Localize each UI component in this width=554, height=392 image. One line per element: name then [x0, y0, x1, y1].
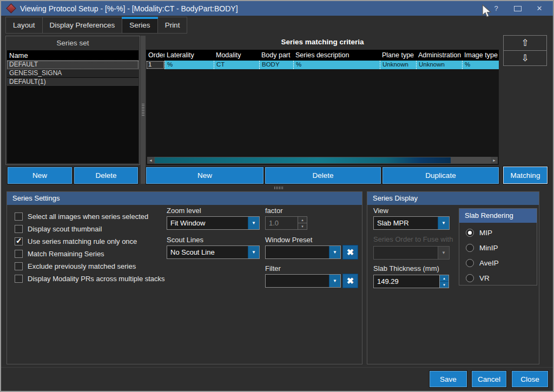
radio-button[interactable]	[466, 229, 474, 237]
series-settings-panel: Series Settings ✓ Select all images when…	[6, 191, 362, 364]
checkbox-box[interactable]: ✓	[15, 212, 23, 221]
tab-display-preferences[interactable]: Display Preferences	[43, 17, 123, 34]
series-display-header: Series Display	[367, 192, 539, 205]
series-display-panel: Series Display View Slab MPR ▼ Series Or…	[367, 191, 539, 364]
cell-series-description[interactable]: %	[293, 61, 380, 69]
matching-duplicate-button[interactable]: Duplicate	[382, 167, 499, 184]
series-set-delete-button[interactable]: Delete	[74, 167, 138, 184]
radio-button[interactable]	[466, 259, 474, 267]
zoom-level-value: Fit Window	[167, 217, 248, 229]
cell-order[interactable]: 1	[146, 61, 164, 69]
series-set-name-column-header[interactable]: Name	[7, 50, 138, 61]
cell-body-part[interactable]: BODY	[259, 61, 293, 69]
matching-new-button[interactable]: New	[146, 167, 263, 184]
chevron-down-icon[interactable]: ▼	[329, 275, 340, 287]
scroll-right-icon[interactable]: ►	[491, 157, 498, 164]
matching-delete-button[interactable]: Delete	[265, 167, 381, 184]
checkbox-select-all-images[interactable]: ✓ Select all images when series selected	[15, 211, 148, 221]
list-item[interactable]: GENESIS_SIGNA	[7, 69, 138, 78]
close-icon[interactable]: ✕	[536, 4, 543, 12]
slab-thickness-spin-buttons[interactable]: ▲ ▼	[439, 275, 449, 288]
cell-modality[interactable]: CT	[214, 61, 259, 69]
horizontal-splitter-grip-icon[interactable]	[274, 187, 283, 189]
slab-thickness-value[interactable]: 149.29	[373, 275, 439, 288]
chevron-down-icon[interactable]: ▼	[438, 217, 449, 229]
column-header-series-description[interactable]: Series description	[293, 50, 380, 61]
column-header-modality[interactable]: Modality	[214, 50, 259, 61]
matching-duplicate-label: Duplicate	[425, 171, 456, 180]
filter-clear-button[interactable]: ✖	[342, 274, 358, 288]
radio-button[interactable]	[466, 244, 474, 252]
view-label: View	[373, 207, 388, 215]
chevron-down-icon[interactable]: ▼	[248, 246, 259, 258]
checkbox-label: Display Modality PRs across multiple sta…	[28, 275, 165, 283]
cell-administration[interactable]: Unknown	[416, 61, 462, 69]
list-item[interactable]: DEFAULT	[7, 61, 138, 69]
checkbox-display-scout-thumbnail[interactable]: ✓ Display scout thumbnail	[15, 224, 102, 234]
cell-plane-type[interactable]: Unknown	[380, 61, 416, 69]
slab-thickness-label: Slab Thickness (mm)	[373, 264, 439, 273]
radio-vr[interactable]: VR	[466, 274, 490, 282]
series-order-fuse-label: Series Order to Fuse with	[373, 235, 453, 243]
save-button[interactable]: Save	[430, 371, 467, 387]
column-header-plane-type[interactable]: Plane type	[380, 50, 416, 61]
cell-image-type[interactable]: %	[462, 61, 498, 69]
tab-series[interactable]: Series	[122, 17, 157, 34]
cancel-button[interactable]: Cancel	[472, 371, 506, 387]
checkbox-box[interactable]: ✓	[15, 275, 23, 283]
window-controls: ? ✕	[492, 4, 549, 12]
scrollbar-thumb[interactable]	[155, 157, 451, 163]
checkbox-label: Use series matching rule only once	[28, 237, 137, 245]
view-dropdown[interactable]: Slab MPR ▼	[373, 216, 450, 230]
window-preset-clear-button[interactable]: ✖	[342, 245, 358, 260]
tab-layout[interactable]: Layout	[5, 17, 43, 34]
radio-button[interactable]	[466, 274, 474, 282]
radio-mip[interactable]: MIP	[466, 229, 492, 237]
vertical-splitter[interactable]	[141, 36, 146, 184]
filter-dropdown[interactable]: ▼	[265, 274, 341, 288]
series-matching-grid: Order Laterality Modality Body part Seri…	[146, 50, 499, 165]
column-header-image-type[interactable]: Image type	[462, 50, 498, 61]
move-down-button[interactable]: ⇩	[503, 50, 547, 66]
radio-aveip[interactable]: AveIP	[466, 259, 499, 267]
zoom-level-dropdown[interactable]: Fit Window ▼	[167, 216, 260, 230]
close-button[interactable]: Close	[512, 371, 548, 387]
list-item[interactable]: DEFAULT(1)	[7, 78, 138, 87]
chevron-down-icon: ▼	[438, 247, 449, 259]
checkbox-box[interactable]: ✓	[15, 250, 23, 258]
tab-print-label: Print	[165, 21, 180, 29]
checkbox-box[interactable]: ✓	[15, 225, 23, 233]
cell-laterality[interactable]: %	[164, 61, 214, 69]
matching-button[interactable]: Matching	[503, 167, 548, 184]
factor-label: factor	[265, 207, 283, 215]
table-row[interactable]: 1 % CT BODY % Unknown Unknown %	[146, 61, 499, 69]
radio-label: AveIP	[479, 259, 499, 267]
column-header-order[interactable]: Order	[146, 50, 164, 61]
scout-lines-dropdown[interactable]: No Scout Line ▼	[167, 245, 260, 259]
checkbox-use-series-matching-rule-once[interactable]: ✓ Use series matching rule only once	[15, 236, 137, 246]
checkbox-match-remaining-series[interactable]: ✓ Match Remaining Series	[15, 249, 104, 258]
spin-up-icon[interactable]: ▲	[440, 275, 449, 282]
column-header-body-part[interactable]: Body part	[259, 50, 293, 61]
chevron-down-icon[interactable]: ▼	[248, 217, 259, 229]
series-order-fuse-dropdown: ▼	[373, 246, 450, 260]
column-header-administration[interactable]: Administration c	[416, 50, 462, 61]
chevron-down-icon[interactable]: ▼	[329, 246, 340, 258]
checkbox-box[interactable]: ✓	[15, 237, 23, 245]
tab-print[interactable]: Print	[158, 17, 188, 34]
help-icon[interactable]: ?	[492, 4, 500, 12]
slab-thickness-spinner[interactable]: 149.29 ▲ ▼	[373, 275, 449, 288]
column-header-laterality[interactable]: Laterality	[164, 50, 214, 61]
maximize-icon[interactable]	[514, 6, 522, 11]
series-set-new-button[interactable]: New	[8, 167, 72, 184]
checkbox-exclude-previously-matched[interactable]: ✓ Exclude previously matched series	[15, 261, 136, 271]
horizontal-scrollbar[interactable]: ◄ ►	[147, 157, 498, 164]
window-preset-dropdown[interactable]: ▼	[265, 245, 341, 259]
spin-down-icon[interactable]: ▼	[440, 282, 449, 288]
scroll-left-icon[interactable]: ◄	[147, 157, 154, 164]
move-up-button[interactable]: ⇧	[503, 35, 547, 51]
checkbox-box[interactable]: ✓	[15, 262, 23, 270]
radio-minip[interactable]: MinIP	[466, 244, 498, 252]
checkbox-display-modality-prs[interactable]: ✓ Display Modality PRs across multiple s…	[15, 274, 165, 283]
scrollbar-track[interactable]	[154, 157, 491, 164]
